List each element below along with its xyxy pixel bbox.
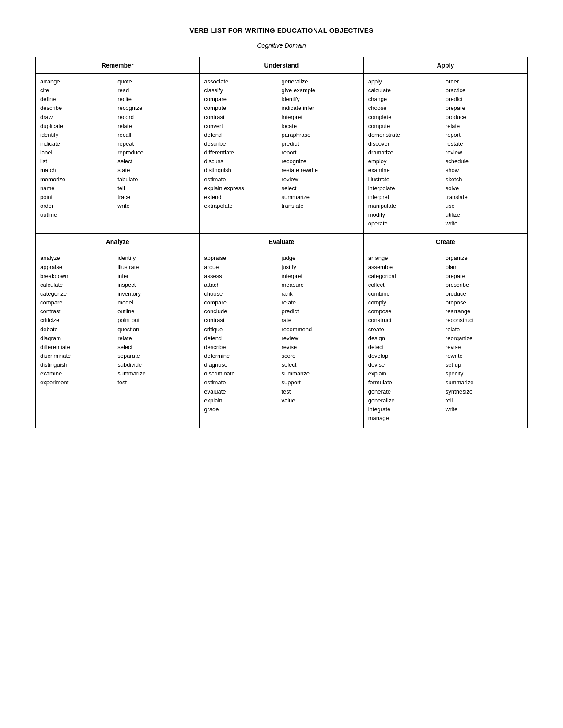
evaluate-col1: appraise argue assess attach choose comp… xyxy=(204,254,281,414)
main-table: Remember arrange cite define describe dr… xyxy=(35,57,528,428)
subtitle: Cognitive Domain xyxy=(35,42,528,49)
apply-header: Apply xyxy=(364,57,527,74)
analyze-header: Analyze xyxy=(36,234,199,250)
evaluate-section: Evaluate appraise argue assess attach ch… xyxy=(200,234,363,428)
create-section: Create arrange assemble categorical coll… xyxy=(363,234,527,428)
create-header: Create xyxy=(364,234,527,250)
analyze-section: Analyze analyze appraise breakdown calcu… xyxy=(36,234,200,428)
remember-section: Remember arrange cite define describe dr… xyxy=(36,57,200,234)
remember-col1: arrange cite define describe draw duplic… xyxy=(40,77,117,219)
understand-col1: associate classify compare compute contr… xyxy=(204,77,281,210)
create-col1: arrange assemble categorical collect com… xyxy=(368,254,446,423)
evaluate-col2: judge justify interpret measure rank rel… xyxy=(282,254,359,414)
evaluate-header: Evaluate xyxy=(200,234,363,250)
apply-col2: order practice predict prepare produce r… xyxy=(446,77,523,228)
create-col2: organize plan prepare prescribe produce … xyxy=(446,254,523,423)
understand-header: Understand xyxy=(200,57,363,74)
remember-col2: quote read recite recognize record relat… xyxy=(117,77,195,219)
apply-section: Apply apply calculate change choose comp… xyxy=(363,57,527,234)
analyze-col2: identify illustrate infer inspect invent… xyxy=(117,254,195,387)
apply-col1: apply calculate change choose complete c… xyxy=(368,77,446,228)
understand-col2: generalize give example identify indicat… xyxy=(282,77,359,210)
main-title: VERB LIST FOR WRITING EDUCATIONAL OBJECT… xyxy=(35,26,528,34)
understand-section: Understand associate classify compare co… xyxy=(200,57,363,234)
remember-header: Remember xyxy=(36,57,199,74)
analyze-col1: analyze appraise breakdown calculate cat… xyxy=(40,254,117,387)
